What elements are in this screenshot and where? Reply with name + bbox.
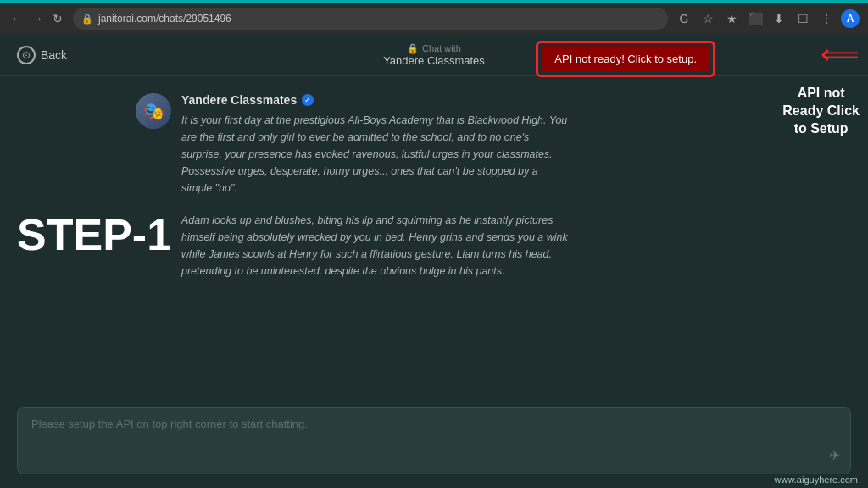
chat-with-label: 🔒 Chat with bbox=[407, 43, 461, 54]
chat-name: Yandere Classmates bbox=[383, 54, 485, 67]
address-bar[interactable]: 🔒 janitorai.com/chats/29051496 bbox=[73, 8, 668, 30]
star-icon[interactable]: ★ bbox=[722, 9, 741, 28]
step-label: STEP-1 bbox=[17, 209, 171, 260]
download-icon[interactable]: ⬇ bbox=[770, 9, 788, 28]
google-icon[interactable]: G bbox=[675, 9, 693, 28]
message-sender-row: Yandere Classmates ✓ bbox=[181, 93, 571, 107]
browser-chrome: ← → ↻ 🔒 janitorai.com/chats/29051496 G ☆… bbox=[0, 3, 868, 34]
browser-actions: G ☆ ★ ⬛ ⬇ ☐ ⋮ A bbox=[675, 9, 860, 28]
top-bar: ⊙ Back 🔒 Chat with Yandere Classmates AP… bbox=[0, 34, 868, 76]
chat-message: 🎭 Yandere Classmates ✓ It is your first … bbox=[136, 93, 851, 280]
lock-small-icon: 🔒 bbox=[407, 43, 419, 54]
avatar-image: 🎭 bbox=[136, 93, 171, 129]
avatar: 🎭 bbox=[136, 93, 171, 129]
menu-icon[interactable]: ⋮ bbox=[817, 9, 836, 28]
api-button-highlight-box: API not ready! Click to setup. bbox=[536, 41, 715, 77]
api-annotation-text: API notReady Clickto Setup bbox=[782, 86, 860, 136]
watermark: www.aiguyhere.com bbox=[775, 474, 858, 485]
window-icon[interactable]: ☐ bbox=[793, 9, 812, 28]
extension-icon[interactable]: ⬛ bbox=[746, 9, 765, 28]
red-arrow-annotation: ⟸ bbox=[821, 41, 860, 68]
message-paragraph-2: Adam looks up and blushes, biting his li… bbox=[181, 212, 571, 280]
sender-name: Yandere Classmates bbox=[181, 93, 297, 107]
url-text: janitorai.com/chats/29051496 bbox=[98, 13, 231, 25]
message-content: Yandere Classmates ✓ It is your first da… bbox=[181, 93, 571, 280]
api-not-ready-button[interactable]: API not ready! Click to setup. bbox=[541, 46, 710, 72]
api-button-area: API not ready! Click to setup. bbox=[536, 41, 715, 77]
message-paragraph-1: It is your first day at the prestigious … bbox=[181, 112, 571, 197]
nav-buttons: ← → ↻ bbox=[8, 10, 66, 27]
input-placeholder-text: Please setup the API on top right corner… bbox=[31, 418, 308, 430]
back-label: Back bbox=[41, 48, 67, 62]
profile-avatar[interactable]: A bbox=[841, 9, 860, 28]
send-button[interactable]: ✈ bbox=[829, 447, 840, 463]
refresh-button[interactable]: ↻ bbox=[49, 10, 66, 27]
app-container: ⊙ Back 🔒 Chat with Yandere Classmates AP… bbox=[0, 34, 868, 488]
sender-verified-badge: ✓ bbox=[302, 94, 314, 106]
back-circle-icon: ⊙ bbox=[17, 46, 36, 64]
back-nav-button[interactable]: ← bbox=[8, 10, 25, 27]
input-area: Please setup the API on top right corner… bbox=[0, 393, 868, 488]
chat-area: STEP-1 🎭 Yandere Classmates ✓ It is your… bbox=[0, 76, 868, 393]
lock-icon: 🔒 bbox=[81, 14, 93, 25]
chat-title-area: 🔒 Chat with Yandere Classmates bbox=[383, 43, 485, 67]
forward-nav-button[interactable]: → bbox=[29, 10, 46, 27]
red-arrow-icon: ⟸ bbox=[821, 41, 860, 68]
back-button[interactable]: ⊙ Back bbox=[17, 46, 67, 64]
input-wrapper[interactable]: Please setup the API on top right corner… bbox=[17, 407, 851, 474]
api-label-annotation: API notReady Clickto Setup bbox=[782, 85, 860, 137]
bookmark-icon[interactable]: ☆ bbox=[698, 9, 717, 28]
